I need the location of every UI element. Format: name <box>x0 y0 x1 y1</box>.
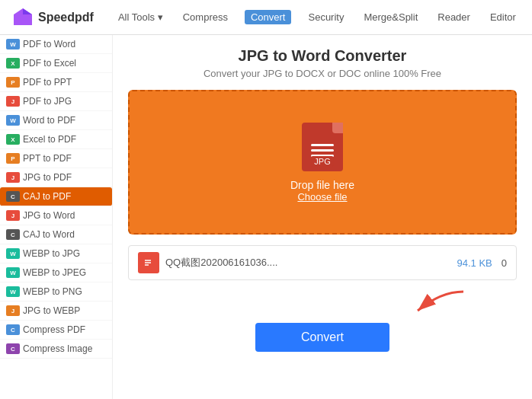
sidebar-item-pdf-to-excel[interactable]: X PDF to Excel <box>0 54 112 73</box>
drop-text: Drop file here <box>290 179 354 191</box>
sidebar-item-word-to-pdf[interactable]: W Word to PDF <box>0 111 112 130</box>
file-thumbnail <box>138 252 159 273</box>
file-icon-lines <box>311 144 334 157</box>
excel-to-pdf-icon: X <box>6 134 20 145</box>
sidebar-item-caj-to-word[interactable]: C CAJ to Word <box>0 225 112 244</box>
convert-button[interactable]: Convert <box>255 323 389 352</box>
sidebar-item-pdf-to-jpg[interactable]: J PDF to JPG <box>0 92 112 111</box>
logo-icon <box>12 7 34 28</box>
convert-button-area: Convert <box>128 323 517 352</box>
pdf-to-excel-icon: X <box>6 58 20 69</box>
page-subtitle: Convert your JPG to DOCX or DOC online 1… <box>128 68 517 79</box>
sidebar-item-caj-to-pdf[interactable]: C CAJ to PDF <box>0 187 112 206</box>
header: Speedpdf All Tools ▾ Compress Convert Se… <box>0 0 532 35</box>
sidebar-item-jpg-to-webp[interactable]: J JPG to WEBP <box>0 302 112 321</box>
caj-to-word-icon: C <box>6 229 20 240</box>
sidebar: W PDF to Word X PDF to Excel P PDF to PP… <box>0 35 113 399</box>
choose-file-link[interactable]: Choose file <box>297 191 347 203</box>
pdf-to-jpg-icon: J <box>6 96 20 107</box>
sidebar-item-ppt-to-pdf[interactable]: P PPT to PDF <box>0 149 112 168</box>
file-size: 94.1 KB <box>457 257 492 269</box>
nav-compress[interactable]: Compress <box>180 10 231 24</box>
sidebar-item-pdf-to-word[interactable]: W PDF to Word <box>0 35 112 54</box>
sidebar-item-jpg-to-word[interactable]: J JPG to Word <box>0 206 112 225</box>
jpg-to-webp-icon: J <box>6 305 20 316</box>
nav-all-tools[interactable]: All Tools ▾ <box>115 10 166 24</box>
webp-to-jpeg-icon: W <box>6 267 20 278</box>
webp-to-png-icon: W <box>6 286 20 297</box>
file-icon-line <box>311 149 334 152</box>
sidebar-item-webp-to-png[interactable]: W WEBP to PNG <box>0 282 112 302</box>
compress-image-icon: C <box>6 343 20 354</box>
ppt-to-pdf-icon: P <box>6 153 20 164</box>
drop-zone[interactable]: JPG Drop file here Choose file <box>128 90 517 235</box>
word-to-pdf-icon: W <box>6 115 20 126</box>
file-type-label: JPG <box>311 156 333 167</box>
sidebar-item-jpg-to-pdf[interactable]: J JPG to PDF <box>0 168 112 187</box>
file-icon-line <box>311 144 334 146</box>
nav-reader[interactable]: Reader <box>434 10 473 24</box>
pdf-to-ppt-icon: P <box>6 77 20 88</box>
content-area: JPG to Word Converter Convert your JPG t… <box>113 35 532 399</box>
file-list-area: QQ截图202006161036.... 94.1 KB 0 <box>128 245 517 280</box>
jpg-to-word-icon: J <box>6 210 20 221</box>
webp-to-jpg-icon: W <box>6 248 20 259</box>
arrow-icon <box>380 288 471 318</box>
sidebar-item-pdf-to-ppt[interactable]: P PDF to PPT <box>0 73 112 92</box>
logo-text: Speedpdf <box>38 11 94 24</box>
caj-to-pdf-icon: C <box>6 191 20 202</box>
sidebar-item-compress-pdf[interactable]: C Compress PDF <box>0 321 112 340</box>
nav-mergesplit[interactable]: Merge&Split <box>361 10 421 24</box>
sidebar-item-compress-image[interactable]: C Compress Image <box>0 340 112 359</box>
sidebar-item-excel-to-pdf[interactable]: X Excel to PDF <box>0 130 112 149</box>
sidebar-item-webp-to-jpeg[interactable]: W WEBP to JPEG <box>0 263 112 282</box>
page-title: JPG to Word Converter <box>128 47 517 65</box>
nav-editor[interactable]: Editor <box>487 10 519 24</box>
jpg-to-pdf-icon: J <box>6 172 20 183</box>
logo-area: Speedpdf <box>12 7 94 28</box>
file-thumb-icon <box>141 255 156 270</box>
arrow-area <box>128 288 517 318</box>
sidebar-item-webp-to-jpg[interactable]: W WEBP to JPG <box>0 244 112 263</box>
nav-security[interactable]: Security <box>305 10 347 24</box>
nav-convert[interactable]: Convert <box>245 10 292 24</box>
file-name: QQ截图202006161036.... <box>165 256 451 270</box>
pdf-to-word-icon: W <box>6 39 20 49</box>
main-layout: W PDF to Word X PDF to Excel P PDF to PP… <box>0 35 532 399</box>
file-count: 0 <box>502 257 507 269</box>
svg-marker-1 <box>23 8 32 14</box>
compress-pdf-icon: C <box>6 324 20 335</box>
drop-file-icon: JPG <box>302 123 343 171</box>
